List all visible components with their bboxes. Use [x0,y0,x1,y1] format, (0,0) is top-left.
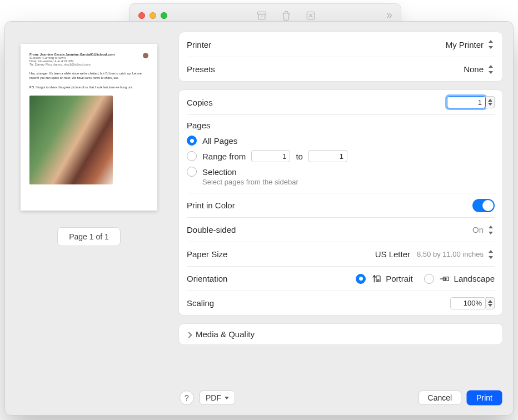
paper-size-label: Paper Size [187,249,227,259]
scaling-stepper-buttons[interactable] [486,297,495,309]
presets-popup[interactable]: None [464,64,495,74]
radio-portrait[interactable] [356,274,366,284]
print-dialog: From: Jasmine Garcia Jasmine.Garcia01@ic… [4,21,514,416]
pages-title: Pages [187,121,495,130]
landscape-label: Landscape [454,274,495,283]
updown-icon [487,39,495,49]
pages-all-label: All Pages [202,136,237,146]
copies-stepper-buttons[interactable] [486,96,495,108]
updown-icon [487,249,495,259]
print-in-color-switch[interactable] [472,199,495,212]
junk-icon [305,9,317,22]
range-from-field[interactable]: 1 [251,150,290,162]
orientation-portrait[interactable]: Portrait [356,274,412,284]
portrait-label: Portrait [386,274,412,283]
range-to-word: to [296,152,303,161]
updown-icon [487,225,495,235]
trash-icon [280,9,292,22]
page-indicator: Page 1 of 1 [57,227,121,246]
radio-all-pages[interactable] [187,136,197,146]
print-settings-panel: Printer My Printer Presets None [173,22,513,415]
pages-selection-label: Selection [202,167,237,177]
help-button[interactable]: ? [180,391,194,405]
range-to-field[interactable]: 1 [308,150,347,162]
cancel-button[interactable]: Cancel [419,391,462,405]
scaling-label: Scaling [187,298,214,308]
options-group: Copies 1 Pages All Pages [178,89,503,316]
radio-range[interactable] [187,151,197,161]
radio-landscape[interactable] [424,274,434,284]
printer-label: Printer [187,40,211,49]
pages-selection-hint: Select pages from the sidebar [202,178,298,186]
pages-all-option[interactable]: All Pages [187,136,495,146]
portrait-icon [370,274,381,283]
svg-point-3 [377,279,379,281]
pages-range-option[interactable]: Range from 1 to 1 [187,150,495,162]
double-sided-popup[interactable]: On [472,225,495,235]
copies-field[interactable]: 1 [447,96,486,108]
dialog-footer: ? PDF Cancel Print [178,385,503,408]
printer-group: Printer My Printer Presets None [178,32,503,82]
pages-range-label: Range from [202,152,246,161]
paper-size-dim: 8.50 by 11.00 inches [417,250,484,258]
scaling-stepper[interactable]: 100% [450,297,495,309]
preview-page: From: Jasmine Garcia Jasmine.Garcia01@ic… [21,44,157,211]
media-quality-group: Media & Quality [178,323,503,345]
paper-size-popup[interactable]: US Letter 8.50 by 11.00 inches [375,249,495,259]
printer-value: My Printer [446,40,484,49]
close-window-button[interactable] [138,12,145,19]
zoom-window-button[interactable] [161,12,167,19]
double-sided-label: Double-sided [187,225,236,234]
chevron-right-icon [187,332,192,337]
copies-stepper[interactable]: 1 [447,96,495,108]
preview-body: Hey, stranger. It's been a while since w… [29,72,148,80]
printer-popup[interactable]: My Printer [446,39,495,49]
preview-photo [29,96,113,184]
copies-label: Copies [187,98,213,107]
print-preview-panel: From: Jasmine Garcia Jasmine.Garcia01@ic… [5,22,173,415]
archive-icon [256,9,268,22]
updown-icon [487,64,495,74]
pages-selection-option[interactable]: Selection [187,167,237,177]
avatar [143,53,148,58]
preview-ps: P.S. I forgot to share this great pictur… [29,86,148,90]
scaling-field[interactable]: 100% [450,297,486,309]
traffic-lights [138,12,167,19]
double-sided-value: On [472,225,484,234]
print-in-color-label: Print in Color [187,201,235,210]
paper-size-value: US Letter [375,249,410,259]
preview-to: To: Danny Rico danny_rico1@icloud.com [29,63,143,66]
landscape-icon [439,274,450,283]
pages-block: Pages All Pages Range from 1 to 1 [187,114,495,193]
chevron-down-icon [225,397,229,399]
presets-value: None [464,64,484,74]
radio-selection[interactable] [187,167,197,177]
orientation-label: Orientation [187,274,227,283]
media-quality-disclosure[interactable]: Media & Quality [187,324,495,344]
pdf-menu-button[interactable]: PDF [200,391,235,405]
svg-rect-0 [258,12,266,14]
orientation-landscape[interactable]: Landscape [424,274,495,284]
presets-label: Presets [187,64,215,74]
media-quality-label: Media & Quality [196,329,255,339]
pdf-label: PDF [206,393,221,402]
minimize-window-button[interactable] [150,12,156,19]
overflow-icon [383,9,395,22]
print-button[interactable]: Print [467,391,502,405]
